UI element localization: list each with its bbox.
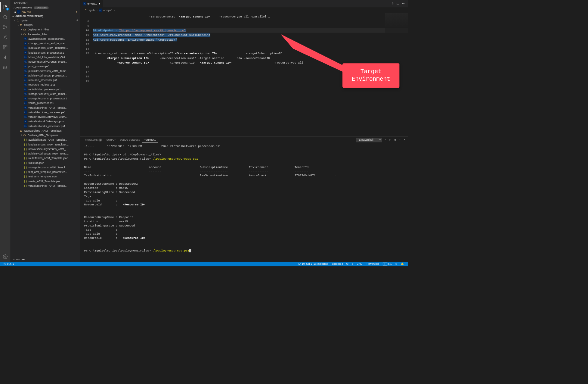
status-cursor-position[interactable]: Ln 10, Col 1 (184 selected) bbox=[297, 263, 330, 266]
tree-folder-custom-templates[interactable]: › 🗀 Custom_ARM_Templates bbox=[11, 133, 80, 137]
terminal-output[interactable]: -a---- 10/28/2019 12:09 PM 2345 virtualN… bbox=[80, 143, 408, 262]
breadcrumbs[interactable]: 🗀 Ignite › >_ env.ps1 › ... bbox=[80, 7, 408, 13]
powershell-file-icon: >_ bbox=[24, 120, 27, 123]
tree-file[interactable]: >_storageAccounts_ARM_Templ... bbox=[11, 92, 80, 96]
workspace-header[interactable]: ⌄ UNTITLED (WORKSPACE) bbox=[11, 14, 80, 18]
tree-file[interactable]: { }availabilitySets_ARM_Templat... bbox=[11, 137, 80, 142]
tree-file[interactable]: >_virtualNetworkGateways_ARM... bbox=[11, 114, 80, 119]
tree-folder-std-templates[interactable]: ⌄ 🗀 Standardized_ARM_Templates bbox=[11, 128, 80, 133]
status-feedback-icon[interactable]: ☺ bbox=[393, 263, 399, 266]
status-ps-version[interactable]: >_ 5.1 bbox=[381, 263, 393, 266]
tree-folder-scripts[interactable]: ⌄ 🗀 Scripts bbox=[11, 23, 80, 27]
code-content[interactable]: -targettenantID <Target tenant ID> -reso… bbox=[93, 13, 408, 136]
powershell-file-icon: >_ bbox=[99, 8, 102, 12]
new-terminal-icon[interactable]: + bbox=[385, 139, 386, 141]
minimap[interactable] bbox=[385, 13, 408, 34]
tree-file[interactable]: { }loadBalancers_ARM_Template.... bbox=[11, 142, 80, 147]
tree-file[interactable]: { }networkSecurityGroups_ARM_... bbox=[11, 147, 80, 151]
split-terminal-icon[interactable]: ◫ bbox=[389, 139, 391, 141]
tree-file[interactable]: >_loadBalancers_ARM_Template... bbox=[11, 45, 80, 50]
editor-group: >_ env.ps1 ● ⇅ ◫ ⋯ 🗀 Ignite › >_ env.ps1… bbox=[80, 0, 408, 262]
tree-file[interactable]: >_storageAccounts_processor.ps1 bbox=[11, 96, 80, 101]
kill-terminal-icon[interactable]: 🗑 bbox=[394, 139, 397, 141]
tree-file[interactable]: { }skeleton.json bbox=[11, 161, 80, 165]
tree-file[interactable]: { }publicIPAddresses_ARM_Temp... bbox=[11, 151, 80, 156]
status-indent[interactable]: Spaces: 4 bbox=[330, 263, 345, 266]
tree-file[interactable]: { }routeTables_ARM_Template.json bbox=[11, 156, 80, 160]
svg-rect-5 bbox=[3, 45, 5, 47]
source-control-icon[interactable] bbox=[0, 22, 10, 32]
open-editor-item[interactable]: ● >_ env.ps1 1 bbox=[11, 10, 80, 14]
azure-icon[interactable] bbox=[0, 52, 10, 62]
modified-dot-icon: ● bbox=[99, 2, 100, 5]
close-panel-icon[interactable]: ✕ bbox=[404, 139, 405, 141]
json-file-icon: { } bbox=[24, 170, 27, 173]
tree-file[interactable]: >_networkSecurityGroups_proce... bbox=[11, 59, 80, 64]
tree-file[interactable]: >_loadBalancers_processor.ps1 bbox=[11, 50, 80, 55]
status-errors[interactable]: ⓧ 0 ⚠ 1 bbox=[2, 262, 16, 266]
tree-file[interactable]: >_vaults_processor.ps1 bbox=[11, 101, 80, 105]
tree-folder-parameter[interactable]: › 🗀 Parameter_Files bbox=[11, 32, 80, 36]
tree-file[interactable]: >_resource_processor.ps1 bbox=[11, 78, 80, 82]
settings-gear-icon[interactable] bbox=[0, 252, 10, 262]
explorer-icon[interactable]: 1 bbox=[0, 2, 10, 12]
tree-file[interactable]: >_change_premium_ssd_to_stan... bbox=[11, 41, 80, 45]
extensions-icon[interactable] bbox=[0, 42, 10, 52]
tree-file[interactable]: >_virtualMachines_processor.ps1 bbox=[11, 110, 80, 114]
tree-file[interactable]: >_virtualNetworkGateways_proc... bbox=[11, 119, 80, 123]
folder-icon: 🗀 bbox=[23, 28, 26, 31]
tree-file[interactable]: { }virtualMachines_ARM_Templa... bbox=[11, 183, 80, 188]
tree-folder-deployment[interactable]: › 🗀 Deployment_Files bbox=[11, 27, 80, 32]
terminal-selector[interactable]: 1: powershell bbox=[356, 138, 382, 142]
tree-folder-ignite[interactable]: ⌄ 🗀 Ignite bbox=[11, 18, 80, 23]
json-file-icon: { } bbox=[24, 166, 27, 169]
svg-point-0 bbox=[4, 15, 7, 18]
json-file-icon: { } bbox=[24, 175, 27, 178]
tree-file[interactable]: >_post_process.ps1 bbox=[11, 64, 80, 68]
compare-changes-icon[interactable]: ⇅ bbox=[391, 2, 394, 5]
tree-file[interactable]: { }test_arm_template.json bbox=[11, 174, 80, 179]
tree-file[interactable]: >_resource_retriever.ps1 bbox=[11, 82, 80, 87]
tab-output[interactable]: OUTPUT bbox=[104, 137, 118, 142]
tree-file[interactable]: { }test_arm_template_parameter... bbox=[11, 170, 80, 174]
folder-icon: 🗀 bbox=[23, 133, 26, 137]
status-eol[interactable]: CRLF bbox=[355, 263, 365, 266]
maximize-panel-icon[interactable]: ^ bbox=[399, 139, 401, 141]
tree-file[interactable]: { }storageAccounts_ARM_Templ... bbox=[11, 165, 80, 170]
powershell-file-icon: >_ bbox=[24, 64, 27, 68]
powershell-file-icon: >_ bbox=[24, 124, 27, 128]
tab-bar: >_ env.ps1 ● ⇅ ◫ ⋯ bbox=[80, 0, 408, 7]
tab-terminal[interactable]: TERMINAL bbox=[142, 137, 158, 142]
bottom-panel: PROBLEMS1 OUTPUT DEBUG CONSOLE TERMINAL … bbox=[80, 136, 408, 262]
tab-problems[interactable]: PROBLEMS1 bbox=[83, 137, 104, 142]
tree-file[interactable]: >_virtualMachines_ARM_Templa... bbox=[11, 105, 80, 110]
powershell-file-icon: >_ bbox=[24, 101, 27, 105]
tree-file[interactable]: >_Move_VM_Into_AvailabilitySet... bbox=[11, 55, 80, 59]
more-actions-icon[interactable]: ⋯ bbox=[402, 2, 405, 5]
powershell-file-icon: >_ bbox=[24, 46, 27, 49]
split-editor-icon[interactable]: ◫ bbox=[397, 2, 399, 5]
tree-file[interactable]: >_virtualNetworks_processor.ps1 bbox=[11, 124, 80, 128]
status-language[interactable]: PowerShell bbox=[365, 263, 381, 266]
svg-rect-7 bbox=[3, 48, 5, 49]
powershell-icon[interactable] bbox=[0, 62, 10, 72]
git-dot-icon bbox=[77, 19, 79, 21]
tree-file[interactable]: >_publicIPAddresses_ARM_Temp... bbox=[11, 68, 80, 73]
tree-file[interactable]: >_publicIPAddresses_processor.... bbox=[11, 73, 80, 78]
code-editor[interactable]: 89101112131415 16171819 -targettenantID … bbox=[80, 13, 408, 136]
search-icon[interactable] bbox=[0, 12, 10, 22]
tree-file[interactable]: >_availabilitySets_processor.ps1 bbox=[11, 36, 80, 41]
folder-icon: 🗀 bbox=[84, 8, 87, 12]
outline-header[interactable]: › OUTLINE bbox=[11, 257, 80, 262]
open-editors-header[interactable]: ⌄ OPEN EDITORS 1 UNSAVED bbox=[11, 6, 80, 9]
tab-env-ps1[interactable]: >_ env.ps1 ● bbox=[80, 0, 103, 7]
debug-icon[interactable] bbox=[0, 32, 10, 42]
tree-file[interactable]: { }vaults_ARM_Template.json bbox=[11, 179, 80, 183]
status-encoding[interactable]: UTF-8 bbox=[345, 263, 355, 266]
json-file-icon: { } bbox=[24, 180, 27, 183]
tree-file[interactable]: >_routeTables_processor.ps1 bbox=[11, 87, 80, 91]
tab-debug-console[interactable]: DEBUG CONSOLE bbox=[118, 137, 142, 142]
powershell-file-icon: >_ bbox=[24, 97, 27, 100]
activity-bar: 1 bbox=[0, 0, 11, 262]
status-bell-icon[interactable]: 🔔 bbox=[399, 263, 406, 266]
